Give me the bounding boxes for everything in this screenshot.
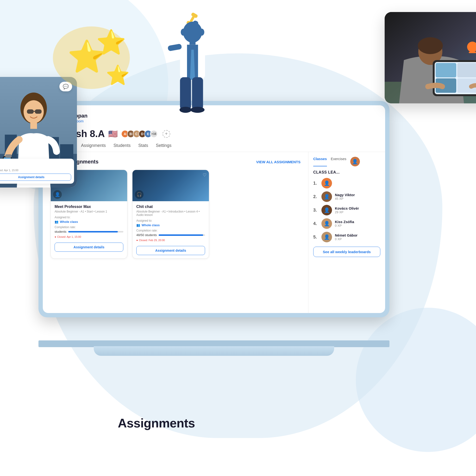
sidebar-right: Classes Exercises 👤 CLASS LEA... 1. 👤 <box>308 152 385 313</box>
card-closed-1: ● Closed: Apr 1, 15:00 <box>54 235 123 238</box>
screen-inner: Xeropan Classroom English 8.A 🇺🇸 A B <box>43 105 385 313</box>
details-btn-1[interactable]: Assignment details <box>54 243 123 252</box>
card-assign-value-1: 👥 Whole class <box>54 220 123 223</box>
card-body-2: Chit chat Absolute Beginner - A1 • Intro… <box>133 201 209 258</box>
progress-fill-2 <box>159 234 203 236</box>
lb-avatar-1: 👤 <box>322 178 332 188</box>
tablet-photo-bg <box>385 12 476 103</box>
leaderboard-list: 1. 👤 2. 👤 <box>313 178 380 242</box>
laptop-screen: Xeropan Classroom English 8.A 🇺🇸 A B <box>38 101 390 317</box>
lb-xp-2: 45 XP <box>335 197 380 201</box>
svg-text:⭐: ⭐ <box>106 64 130 86</box>
avatar-stack: A B C D E +16 <box>121 130 158 138</box>
mini-class-label: class <box>0 162 71 164</box>
svg-rect-45 <box>457 63 476 77</box>
progress-bar-1 <box>68 231 123 233</box>
tab-settings[interactable]: Settings <box>156 143 171 152</box>
card-title-2: Chit chat <box>136 204 205 209</box>
main-content: Open Assignments VIEW ALL ASSIGNMENTS 👤 <box>43 152 308 313</box>
app-body: Open Assignments VIEW ALL ASSIGNMENTS 👤 <box>43 152 385 313</box>
sidebar-user-avatar: 👤 <box>350 157 360 166</box>
mini-details-btn[interactable]: Assignment details <box>0 173 71 181</box>
lb-avatar-4: 👤 <box>322 218 332 229</box>
svg-rect-49 <box>469 52 476 53</box>
svg-rect-37 <box>30 122 37 129</box>
svg-rect-32 <box>35 109 42 114</box>
assignment-card-2: 🎧 ♡ Chit chat Absolute Beginner - A1 • I… <box>132 170 209 259</box>
assignments-label-container: Assignments <box>118 416 195 430</box>
lb-avatar-3: 👤 <box>322 205 332 215</box>
app-content: Xeropan Classroom English 8.A 🇺🇸 A B <box>43 105 385 313</box>
lb-info-5: Német Gábor 0 XP <box>335 233 380 241</box>
leaderboard-item-3: 3. 👤 Kovács Olivér 29 XP <box>313 205 380 215</box>
mini-closed-text: ● Closed: Apr 1, 15:00 <box>0 169 71 172</box>
whole-class-icon-2: 👥 <box>136 223 140 227</box>
nav-tabs: Áttekintés Assignments Students Stats Se… <box>52 143 375 152</box>
lb-avatar-5: 👤 <box>322 232 332 242</box>
lb-name-2: Nagy Viktor <box>335 193 380 197</box>
lb-xp-4: 0 XP <box>335 224 380 227</box>
svg-text:⭐: ⭐ <box>96 28 126 56</box>
card-assign-label-1: Assigned to: <box>54 216 123 219</box>
svg-point-19 <box>199 29 204 35</box>
card-completion-label-2: Completion rate: <box>136 229 205 232</box>
laptop-base <box>94 346 334 356</box>
card-sub-1: Absolute Beginner - A1 • Start • Lesson … <box>54 210 123 213</box>
card-thumb-2: 🎧 ♡ <box>133 170 209 201</box>
details-btn-2[interactable]: Assignment details <box>136 246 205 255</box>
card-assign-value-2: 👥 Whole class <box>136 223 205 227</box>
card-completion-row-1: students <box>54 230 123 233</box>
tab-assignments[interactable]: Assignments <box>81 143 106 152</box>
lb-info-4: Kiss Zsófia 0 XP <box>335 220 380 227</box>
lb-name-3: Kovács Olivér <box>335 206 380 210</box>
lb-avatar-2: 👤 <box>322 191 332 202</box>
card-bg-2 <box>133 170 209 201</box>
tab-students[interactable]: Students <box>114 143 131 152</box>
laptop-wrapper: Xeropan Classroom English 8.A 🇺🇸 A B <box>38 101 390 356</box>
sidebar-tab-classes[interactable]: Classes <box>313 157 327 166</box>
lb-info-2: Nagy Viktor 45 XP <box>335 193 380 201</box>
lb-rank-1: 1. <box>313 181 319 186</box>
card-completion-text-1: students <box>54 230 66 233</box>
open-assignments-header: Open Assignments VIEW ALL ASSIGNMENTS <box>51 159 301 165</box>
svg-point-18 <box>181 29 186 35</box>
svg-point-17 <box>191 107 204 113</box>
lb-rank-3: 3. <box>313 208 319 213</box>
svg-rect-44 <box>436 63 456 77</box>
avatar-more: +16 <box>150 130 158 138</box>
blue-person-illustration <box>149 10 226 131</box>
sidebar-tab-exercises[interactable]: Exercises <box>331 157 346 166</box>
assignments-grid: 👤 Meet Professor Max Absolute Beginner -… <box>51 170 301 259</box>
progress-bar-2 <box>159 234 205 236</box>
scene-container: ⭐ ⭐ ⭐ <box>0 0 476 476</box>
whole-class-icon-1: 👥 <box>54 220 58 223</box>
card-completion-row-2: 48/50 students <box>136 233 205 237</box>
closed-dot-2: ● <box>136 239 138 242</box>
svg-point-16 <box>180 107 192 113</box>
tab-stats[interactable]: Stats <box>138 143 148 152</box>
leaderboard-item-5: 5. 👤 Német Gábor 0 XP <box>313 232 380 242</box>
card-heart-2: ♡ <box>203 172 206 178</box>
card-icon-1: 👤 <box>53 190 62 199</box>
svg-rect-12 <box>168 44 182 51</box>
leaderboard-title: CLASS LEA... <box>313 170 380 174</box>
see-all-leaderboards-btn[interactable]: See all weekly leaderboards <box>313 247 380 257</box>
lb-rank-5: 5. <box>313 235 319 240</box>
lb-name-4: Kiss Zsófia <box>335 220 380 224</box>
lb-rank-4: 4. <box>313 221 319 226</box>
card-title-1: Meet Professor Max <box>54 204 123 209</box>
floating-card-right <box>385 12 476 103</box>
stars-illustration: ⭐ ⭐ ⭐ <box>48 15 139 97</box>
sidebar-tabs: Classes Exercises 👤 <box>313 157 380 166</box>
mini-assignment-overlay: class rate: ● Closed: Apr 1, 15:00 Assig… <box>0 159 74 184</box>
lb-xp-5: 0 XP <box>335 237 380 241</box>
leaderboard-item-1: 1. 👤 <box>313 178 380 188</box>
card-sub-2: Absolute Beginner - A1 • Introduction • … <box>136 210 205 217</box>
progress-fill-1 <box>68 231 118 233</box>
add-member-button[interactable]: + <box>163 130 170 138</box>
svg-point-41 <box>418 37 443 54</box>
card-body-1: Meet Professor Max Absolute Beginner - A… <box>51 201 127 255</box>
lb-xp-3: 29 XP <box>335 210 380 214</box>
view-all-link[interactable]: VIEW ALL ASSIGNMENTS <box>256 160 301 164</box>
card-completion-label-1: Completion rate: <box>54 225 123 229</box>
